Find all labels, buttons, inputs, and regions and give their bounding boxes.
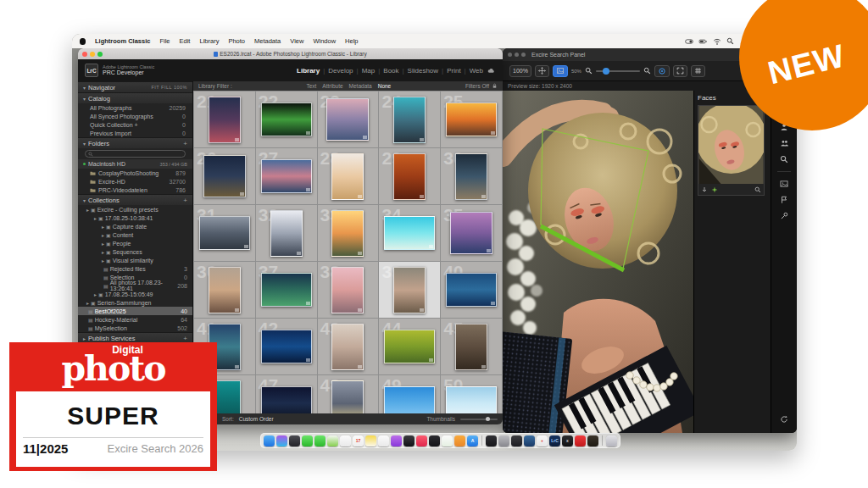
photo-thumbnail-23[interactable] <box>326 98 369 141</box>
add-folder-button[interactable]: + <box>183 140 187 147</box>
grid-cell-37[interactable]: 37 <box>256 262 317 318</box>
disclosure-icon[interactable]: ▸ <box>102 232 104 238</box>
collection-17-08-25-10-38-41[interactable]: ▸▣17.08.25-10:38:41 <box>78 214 192 222</box>
collection-content[interactable]: ▸▣Content <box>78 230 192 239</box>
grid-cell-40[interactable]: 40 <box>441 262 502 318</box>
photo-thumbnail-40[interactable] <box>446 273 497 307</box>
photo-thumbnail-36[interactable] <box>209 267 241 313</box>
sort-value[interactable]: Custom Order <box>239 416 274 422</box>
disclosure-icon[interactable]: ▸ <box>83 336 86 341</box>
dock-icon-bridge[interactable] <box>587 435 598 446</box>
dock-icon-photo-app[interactable] <box>524 435 535 446</box>
module-map[interactable]: Map <box>362 67 376 75</box>
grid-cell-32[interactable]: 32 <box>256 205 317 261</box>
photo-thumbnail-30[interactable] <box>455 153 487 200</box>
refresh-button[interactable] <box>780 411 788 426</box>
dock-icon-finder[interactable] <box>264 435 275 446</box>
dock-icon-settings[interactable] <box>498 435 509 446</box>
collection-excire-culling-presets[interactable]: ▸▣Excire - Culling presets <box>78 205 192 214</box>
disclosure-icon[interactable]: ▸ <box>102 224 104 230</box>
dock-icon-maps[interactable] <box>327 435 338 446</box>
dock-icon-reminders[interactable] <box>378 435 389 446</box>
filter-option-none[interactable]: None <box>378 83 392 89</box>
catalog-header[interactable]: ▾ Catalog <box>78 92 192 103</box>
collection-bestof2025[interactable]: ▤BestOf202540 <box>78 307 192 315</box>
collections-header[interactable]: ▾ Collections + <box>78 194 192 205</box>
grid-cell-33[interactable]: 33 <box>318 205 379 261</box>
dock-icon-stocks[interactable] <box>429 435 440 446</box>
grid-cell-48[interactable]: 48 <box>318 375 379 413</box>
disclosure-icon[interactable]: ▸ <box>102 258 104 263</box>
grid-cell-49[interactable]: 49 <box>379 375 440 413</box>
disclosure-icon[interactable]: ▾ <box>83 85 86 91</box>
folders-header[interactable]: ▾ Folders + <box>78 137 192 148</box>
preview-pane[interactable] <box>503 91 693 433</box>
disclosure-icon[interactable]: ▸ <box>86 300 89 306</box>
dock-icon-trash[interactable] <box>606 435 617 446</box>
download-icon[interactable] <box>701 186 708 193</box>
dock-icon-messages[interactable] <box>302 435 313 446</box>
menu-item-library[interactable]: Library <box>199 37 219 45</box>
photo-thumbnail-35[interactable] <box>450 212 492 254</box>
filter-state[interactable]: Filters Off <box>465 83 498 89</box>
grid-cell-47[interactable]: 47 <box>256 375 317 413</box>
photo-thumbnail-37[interactable] <box>261 273 312 307</box>
module-library[interactable]: Library <box>297 67 320 75</box>
dock-icon-tv[interactable] <box>403 435 415 446</box>
catalog-item-all-photographs[interactable]: All Photographs20259 <box>78 103 192 112</box>
grid-cell-29[interactable]: 29 <box>379 148 440 204</box>
navigator-zoom-options[interactable]: FIT FILL 100% <box>151 85 187 90</box>
grid-cell-45[interactable]: 45 <box>441 319 502 374</box>
photo-thumbnail-48[interactable] <box>331 380 364 414</box>
photo-thumbnail-34[interactable] <box>384 216 435 250</box>
disclosure-icon[interactable]: ▸ <box>102 249 104 255</box>
collection-serien-sammlungen[interactable]: ▸▣Serien-Sammlungen <box>78 298 192 307</box>
photo-thumbnail-38[interactable] <box>331 267 364 313</box>
photo-thumbnail-32[interactable] <box>270 210 303 257</box>
grid-cell-42[interactable]: 42 <box>256 319 317 374</box>
dock-icon-photos[interactable] <box>340 435 351 446</box>
zoom-out-icon[interactable] <box>585 67 593 75</box>
grid-cell-27[interactable]: 27 <box>256 148 317 204</box>
close-button[interactable] <box>508 53 512 57</box>
spotlight-icon[interactable] <box>726 37 734 45</box>
grid-cell-39[interactable]: 39 <box>379 262 440 318</box>
photo-thumbnail-28[interactable] <box>331 153 364 200</box>
grid-cell-28[interactable]: 28 <box>318 148 379 204</box>
collection-rejected-files[interactable]: ▤Rejected files3 <box>78 264 192 273</box>
filter-option-text[interactable]: Text <box>306 83 316 89</box>
grid-cell-22[interactable]: 22 <box>256 92 317 147</box>
dock-icon-terminal[interactable] <box>486 435 497 446</box>
photo-thumbnail-44[interactable] <box>384 330 435 363</box>
dock-icon-numbers[interactable] <box>442 435 453 446</box>
grid-cell-43[interactable]: 43 <box>318 319 379 374</box>
dock-icon-capture-one[interactable] <box>511 435 522 446</box>
module-develop[interactable]: Develop <box>328 67 353 75</box>
volume-row[interactable]: Macintosh HD 353 / 494 GB <box>78 159 192 169</box>
dock-icon-launchpad[interactable] <box>289 435 300 446</box>
photo-thumbnail-42[interactable] <box>261 330 312 363</box>
new-face-icon[interactable] <box>711 186 718 193</box>
photo-thumbnail-27[interactable] <box>261 159 312 193</box>
collection-capture-date[interactable]: ▸▣Capture date <box>78 222 192 230</box>
zoom-button[interactable] <box>521 53 526 57</box>
search-icon[interactable] <box>780 155 788 164</box>
photo-thumbnail-50[interactable] <box>446 386 497 413</box>
disclosure-icon[interactable]: ▸ <box>94 291 97 297</box>
photo-thumbnail-47[interactable] <box>261 386 312 413</box>
module-print[interactable]: Print <box>447 67 460 75</box>
photo-thumbnail-22[interactable] <box>261 103 312 136</box>
catalog-item-all-synced-photographs[interactable]: All Synced Photographs0 <box>78 112 192 120</box>
photo-thumbnail-49[interactable] <box>384 386 435 413</box>
disclosure-icon[interactable]: ▾ <box>83 197 86 203</box>
dock-icon-music[interactable] <box>416 435 427 446</box>
apple-menu-icon[interactable] <box>80 38 86 45</box>
menu-item-help[interactable]: Help <box>345 37 358 45</box>
menu-item-photo[interactable]: Photo <box>228 37 245 45</box>
dock-icon-affinity[interactable]: x <box>562 435 573 446</box>
lock-icon[interactable] <box>492 83 498 89</box>
collection-visual-similarity[interactable]: ▸▣Visual similarity <box>78 256 192 264</box>
search-face-icon[interactable] <box>754 186 761 193</box>
dock-icon-app-store[interactable]: A <box>467 435 478 446</box>
grid-cell-26[interactable]: 26 <box>194 148 255 204</box>
